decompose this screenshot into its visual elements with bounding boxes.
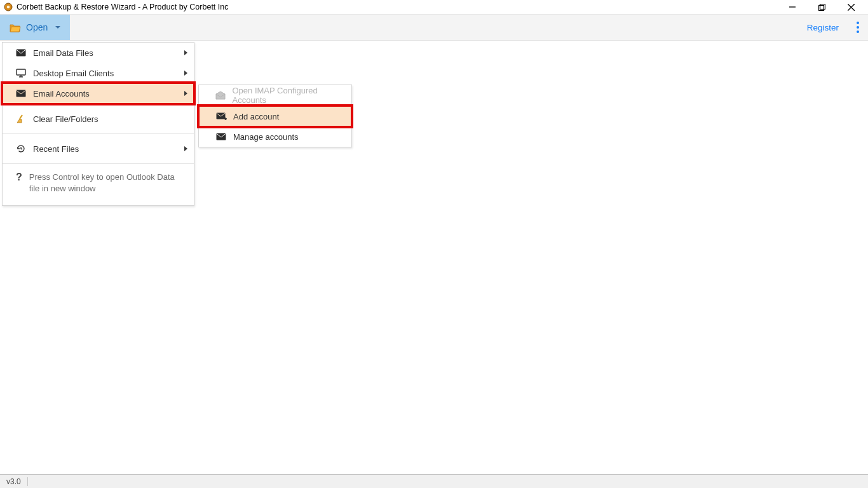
menu-item-clear-file-folders[interactable]: Clear File/Folders [3, 104, 194, 133]
envelope-open-icon [214, 91, 227, 100]
hint-text: Press Control key to open Outlook Data f… [29, 172, 182, 194]
statusbar-separator [27, 477, 28, 486]
menu-hint: ? Press Control key to open Outlook Data… [3, 164, 194, 205]
svg-point-1 [7, 6, 10, 9]
open-dropdown-button[interactable]: Open [0, 15, 70, 40]
chevron-right-icon [184, 71, 187, 76]
submenu-item-label: Add account [233, 112, 345, 121]
close-button[interactable] [836, 0, 865, 14]
submenu-item-add-account[interactable]: Add account [199, 106, 351, 126]
folder-open-icon [10, 23, 21, 32]
maximize-button[interactable] [807, 0, 836, 14]
svg-rect-16 [217, 133, 226, 140]
svg-rect-8 [17, 69, 25, 75]
desktop-icon [14, 69, 28, 78]
version-label: v3.0 [6, 477, 21, 486]
svg-rect-7 [17, 50, 26, 57]
menu-item-label: Email Accounts [33, 89, 184, 98]
chevron-right-icon [184, 50, 187, 55]
submenu-item-manage-accounts[interactable]: Manage accounts [199, 126, 351, 147]
envelope-icon [14, 49, 28, 57]
svg-rect-11 [17, 90, 26, 97]
submenu-item-label: Open IMAP Configured Accounts [233, 86, 346, 105]
register-link[interactable]: Register [798, 15, 848, 40]
email-accounts-submenu: Open IMAP Configured Accounts Add accoun… [198, 85, 352, 147]
menu-item-desktop-email-clients[interactable]: Desktop Email Clients [3, 63, 194, 83]
open-menu: Email Data Files Desktop Email Clients [2, 42, 194, 206]
help-icon: ? [14, 172, 24, 183]
open-label: Open [26, 22, 48, 32]
chevron-right-icon [184, 146, 187, 151]
titlebar: Corbett Backup & Restore Wizard - A Prod… [0, 0, 868, 14]
menu-item-label: Desktop Email Clients [33, 69, 184, 78]
submenu-item-open-imap-configured[interactable]: Open IMAP Configured Accounts [199, 85, 351, 105]
content-area: Email Data Files Desktop Email Clients [0, 41, 868, 474]
menu-item-email-data-files[interactable]: Email Data Files [3, 43, 194, 63]
svg-rect-4 [820, 4, 825, 9]
broom-icon [14, 114, 28, 124]
history-icon [14, 144, 28, 154]
submenu-item-label: Manage accounts [233, 132, 345, 142]
envelope-icon [14, 90, 28, 97]
minimize-button[interactable] [778, 0, 807, 14]
chevron-right-icon [184, 91, 187, 96]
app-logo-icon [4, 3, 13, 11]
menu-item-label: Recent Files [33, 144, 184, 154]
svg-rect-3 [818, 5, 824, 10]
menu-item-label: Email Data Files [33, 48, 184, 58]
menu-item-email-accounts[interactable]: Email Accounts [3, 83, 194, 104]
statusbar: v3.0 [0, 474, 868, 488]
envelope-plus-icon [214, 112, 228, 121]
more-options-button[interactable] [848, 15, 868, 40]
toolbar: Open Register [0, 14, 868, 41]
chevron-down-icon [55, 26, 60, 29]
menu-item-label: Clear File/Folders [33, 114, 187, 124]
window-title: Corbett Backup & Restore Wizard - A Prod… [17, 3, 228, 11]
svg-line-12 [20, 115, 22, 119]
envelope-icon [214, 133, 228, 140]
menu-item-recent-files[interactable]: Recent Files [3, 134, 194, 163]
